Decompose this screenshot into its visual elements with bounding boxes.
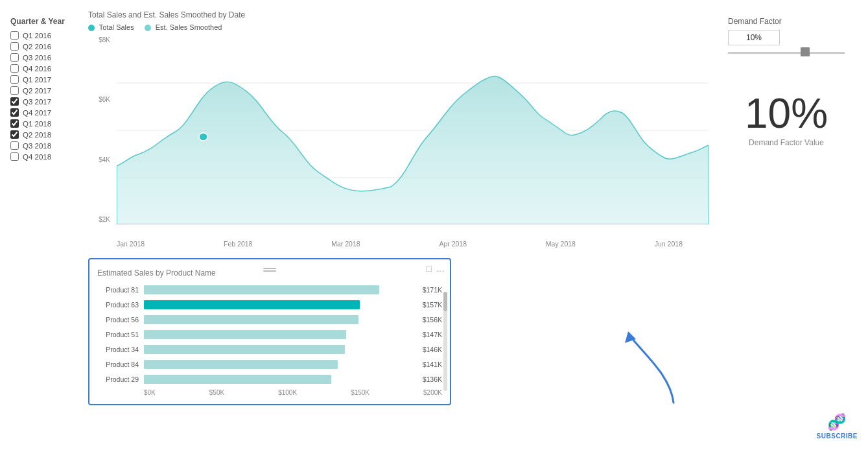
filter-checkbox-7[interactable] <box>10 108 19 117</box>
filter-label-9: Q2 2018 <box>23 131 51 139</box>
bar-chart-area: Product 81$171KProduct 63$157KProduct 56… <box>97 284 442 385</box>
filter-label-0: Q1 2016 <box>23 32 51 40</box>
filter-label-2: Q3 2016 <box>23 54 51 62</box>
filter-label-1: Q2 2016 <box>23 43 51 51</box>
subscribe-label: SUBSCRIBE <box>817 432 858 440</box>
filter-item: Q4 2018 <box>10 152 82 161</box>
bar-track-2 <box>144 315 419 324</box>
bar-fill-3 <box>144 330 346 339</box>
subscribe-area[interactable]: 🧬 SUBSCRIBE <box>817 413 858 440</box>
bar-fill-4 <box>144 345 345 354</box>
total-sales-dot <box>88 25 95 31</box>
svg-rect-5 <box>263 270 276 272</box>
legend-est-sales-label: Est. Sales Smoothed <box>156 23 222 31</box>
filter-label-3: Q4 2016 <box>23 65 51 73</box>
panel-drag-handle[interactable] <box>263 265 276 274</box>
legend-total-sales: Total Sales <box>88 23 134 31</box>
filter-checkbox-10[interactable] <box>10 141 19 150</box>
filter-checkbox-9[interactable] <box>10 130 19 139</box>
bar-label-4: Product 34 <box>97 346 144 353</box>
filter-label-4: Q1 2017 <box>23 76 51 84</box>
filter-item: Q3 2017 <box>10 97 82 106</box>
bar-x-axis: $0K $50K $100K $150K $200K <box>97 389 442 396</box>
filter-label-6: Q3 2017 <box>23 98 51 106</box>
center-area: Total Sales and Est. Sales Smoothed by D… <box>82 10 715 440</box>
bar-row-2: Product 56$156K <box>97 314 442 326</box>
filter-item: Q4 2017 <box>10 108 82 117</box>
demand-factor-value-label: Demand Factor Value <box>749 138 824 147</box>
scrollbar[interactable] <box>443 292 447 391</box>
filter-checkbox-11[interactable] <box>10 152 19 161</box>
dna-icon: 🧬 <box>827 413 847 431</box>
right-panel: Demand Factor 10% 10% Demand Factor Valu… <box>715 10 858 440</box>
filter-item: Q4 2016 <box>10 64 82 73</box>
filter-checkbox-6[interactable] <box>10 97 19 106</box>
bar-label-3: Product 51 <box>97 331 144 338</box>
filter-label-5: Q2 2017 <box>23 87 51 95</box>
x-axis-labels: Jan 2018 Feb 2018 Mar 2018 Apr 2018 May … <box>88 237 709 248</box>
bar-fill-2 <box>144 315 358 324</box>
arrow-annotation <box>622 325 699 411</box>
area-chart-title: Total Sales and Est. Sales Smoothed by D… <box>88 10 709 19</box>
legend-total-sales-label: Total Sales <box>99 23 134 31</box>
filter-checkbox-1[interactable] <box>10 42 19 51</box>
filter-checkbox-5[interactable] <box>10 86 19 95</box>
bar-row-5: Product 84$141K <box>97 359 442 370</box>
filter-label-7: Q4 2017 <box>23 109 51 117</box>
bar-value-3: $147K <box>423 331 442 338</box>
demand-percentage-display: 10% <box>745 93 828 134</box>
y-axis-labels: $8K $6K $4K $2K <box>88 36 113 223</box>
scrollbar-thumb[interactable] <box>443 292 447 311</box>
bar-track-6 <box>144 375 419 384</box>
filter-list: Q1 2016Q2 2016Q3 2016Q4 2016Q1 2017Q2 20… <box>10 31 82 161</box>
bar-fill-1 <box>144 300 360 309</box>
bar-fill-5 <box>144 360 338 369</box>
bar-row-6: Product 29$136K <box>97 373 442 385</box>
bar-track-5 <box>144 360 419 369</box>
slider-track[interactable] <box>728 52 845 54</box>
bar-label-6: Product 29 <box>97 375 144 383</box>
bar-value-4: $146K <box>423 346 442 353</box>
filter-checkbox-0[interactable] <box>10 31 19 40</box>
filter-item: Q1 2016 <box>10 31 82 40</box>
bar-label-1: Product 63 <box>97 301 144 309</box>
bar-value-5: $141K <box>423 361 442 368</box>
legend-est-sales: Est. Sales Smoothed <box>145 23 222 31</box>
bar-row-4: Product 34$146K <box>97 344 442 355</box>
bar-row-1: Product 63$157K <box>97 299 442 311</box>
filter-item: Q2 2016 <box>10 42 82 51</box>
bar-track-1 <box>144 300 419 309</box>
filter-item: Q3 2016 <box>10 53 82 62</box>
bar-track-4 <box>144 345 419 354</box>
svg-rect-4 <box>263 268 276 269</box>
filter-checkbox-2[interactable] <box>10 53 19 62</box>
filter-checkbox-4[interactable] <box>10 75 19 84</box>
bar-chart-panel: □ … Estimated Sales by Product Name Prod… <box>88 258 451 405</box>
filter-label-8: Q1 2018 <box>23 120 51 128</box>
bar-value-2: $156K <box>423 316 442 324</box>
bar-row-0: Product 81$171K <box>97 284 442 296</box>
bar-fill-0 <box>144 285 379 294</box>
expand-icon[interactable]: □ <box>427 263 432 274</box>
filter-item: Q2 2017 <box>10 86 82 95</box>
demand-factor-input[interactable]: 10% <box>728 30 780 45</box>
bar-value-0: $171K <box>423 286 442 294</box>
filter-checkbox-8[interactable] <box>10 119 19 128</box>
panel-toolbar: □ … <box>427 263 445 274</box>
slider-thumb[interactable] <box>801 47 810 56</box>
bar-row-3: Product 51$147K <box>97 329 442 340</box>
filter-checkbox-3[interactable] <box>10 64 19 73</box>
bar-fill-6 <box>144 375 331 384</box>
filter-item: Q2 2018 <box>10 130 82 139</box>
filter-label-11: Q4 2018 <box>23 153 51 161</box>
filter-item: Q1 2018 <box>10 119 82 128</box>
svg-point-3 <box>199 133 207 141</box>
bar-label-2: Product 56 <box>97 316 144 324</box>
bar-label-0: Product 81 <box>97 286 144 294</box>
demand-slider-container <box>728 49 845 54</box>
filter-sidebar: Quarter & Year Q1 2016Q2 2016Q3 2016Q4 2… <box>10 10 82 440</box>
area-chart-svg <box>117 36 709 224</box>
filter-item: Q3 2018 <box>10 141 82 150</box>
est-sales-dot <box>145 25 151 31</box>
more-options-icon[interactable]: … <box>436 263 445 274</box>
